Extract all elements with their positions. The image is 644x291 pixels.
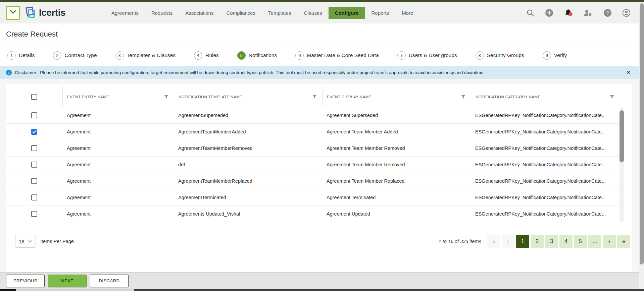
add-icon[interactable] [545,9,553,17]
table-row: AgreementAgreementTerminatedAgreement Te… [6,189,620,206]
cell-notification-template-name: Agreements Updated_Vishal [174,211,322,217]
page-button-2[interactable]: 2 [531,235,544,248]
chevron-down-icon [10,10,16,16]
cell-event-display-name: Agreement Team Member Added [322,129,471,134]
step-label: Details [19,52,35,58]
cell-notification-template-name: AgreementTeamMemberReplaced [174,178,322,184]
step-label: Users & User groups [409,52,457,58]
nav-item-clauses[interactable]: Clauses [298,7,329,19]
page-size-select[interactable]: 16 [15,235,36,248]
info-icon: i [6,70,12,75]
previous-page-button[interactable]: ‹ [502,235,515,248]
row-checkbox-cell [6,178,62,184]
row-checkbox[interactable] [31,145,37,151]
cell-notification-template-name: AgreementTerminated [174,195,322,200]
cell-event-entity-name: Agreement [62,129,174,134]
wizard-footer: PREVIOUS NEXT DISCARD [0,272,644,289]
next-page-button[interactable]: › [603,235,616,248]
row-checkbox[interactable] [31,211,37,217]
column-header-event-entity-name[interactable]: EVENT ENTITY NAME [62,86,174,107]
cell-notification-category-name: ESGeneratedRPKey_NotificationCategory.No… [471,113,620,118]
discard-button[interactable]: DISCARD [90,275,129,287]
cell-notification-category-name: ESGeneratedRPKey_NotificationCategory.No… [471,146,620,151]
row-checkbox-cell [6,162,62,168]
step-verify[interactable]: 9Verify [543,51,567,60]
step-number: 7 [397,51,406,60]
cell-event-entity-name: Agreement [62,162,174,167]
step-contract-type[interactable]: 2Contract Type [53,51,97,60]
filter-icon[interactable] [312,95,317,99]
search-icon[interactable] [526,9,535,17]
previous-button[interactable]: PREVIOUS [6,275,45,287]
column-header-notification-category-name[interactable]: NOTIFICATION CATEGORY NAME [471,86,620,107]
cell-event-display-name: Agreement Terminated [322,195,471,200]
help-icon[interactable]: ? [603,9,612,17]
select-all-checkbox[interactable] [31,94,37,100]
step-users-user-groups[interactable]: 7Users & User groups [397,51,457,60]
cell-notification-category-name: ESGeneratedRPKey_NotificationCategory.No… [471,162,620,167]
icertis-logo-icon [25,6,37,19]
step-number: 9 [543,51,551,60]
row-checkbox-cell [6,112,62,118]
row-checkbox[interactable] [31,129,37,135]
page-buttons: «‹12345...›» [487,235,630,248]
notifications-grid: EVENT ENTITY NAMENOTIFICATION TEMPLATE N… [6,86,620,222]
column-header-label: EVENT DISPLAY NAME [327,95,371,99]
step-number: 3 [115,51,124,60]
nav-item-compliances[interactable]: Compliances [220,7,262,19]
page-button-3[interactable]: 3 [545,235,558,248]
step-number: 5 [237,51,246,60]
nav-item-associations[interactable]: Associations [179,7,220,19]
nav-item-agreements[interactable]: Agreements [105,7,145,19]
brand-name: Icertis [39,7,65,18]
page-size-value: 16 [19,239,24,244]
step-label: Notifications [249,52,277,58]
close-icon[interactable]: ✕ [626,69,631,75]
filter-icon[interactable] [461,95,465,99]
cell-event-display-name: Agreement Team Member Removed [322,162,471,167]
step-templates-clauses[interactable]: 3Templates & Clauses [115,51,176,60]
row-checkbox[interactable] [31,162,37,168]
page-button-4[interactable]: 4 [559,235,573,248]
cell-event-entity-name: Agreement [62,195,174,200]
step-number: 6 [295,51,304,60]
page-button-1[interactable]: 1 [516,235,529,248]
window-scrollbar[interactable] [639,2,644,289]
row-checkbox-cell [6,145,62,151]
cell-event-display-name: Agreement Superseded [322,113,471,118]
first-page-button[interactable]: « [487,235,500,248]
next-button[interactable]: NEXT [48,275,87,287]
step-notifications[interactable]: 5Notifications [237,51,277,60]
table-scrollbar-track[interactable] [620,107,624,222]
profile-icon[interactable] [622,9,631,17]
nav-item-more[interactable]: More [395,7,419,19]
nav-item-configure[interactable]: Configure [329,7,365,19]
pagination-range-label: 1 to 16 of 333 items [439,239,481,244]
column-header-event-display-name[interactable]: EVENT DISPLAY NAME [322,86,471,107]
nav-item-templates[interactable]: Templates [262,7,297,19]
nav-item-reports[interactable]: Reports [365,7,396,19]
table-row: AgreementAgreements Updated_VishalAgreem… [6,206,620,222]
step-rules[interactable]: 4Rules [194,51,219,60]
collapse-menu-button[interactable] [6,6,20,20]
row-checkbox[interactable] [31,178,37,184]
table-row: AgreementAgreementTeamMemberReplacedAgre… [6,173,620,189]
step-details[interactable]: 1Details [7,51,35,60]
filter-icon[interactable] [164,95,168,99]
page-button-[interactable]: ... [588,235,601,248]
page-button-5[interactable]: 5 [574,235,587,248]
nav-item-requests[interactable]: Requests [145,7,179,19]
column-header-notification-template-name[interactable]: NOTIFICATION TEMPLATE NAME [174,86,322,107]
user-pending-icon[interactable] [583,9,593,17]
row-checkbox[interactable] [31,194,37,200]
step-security-groups[interactable]: 8Security Groups [476,51,524,60]
step-label: Contract Type [64,52,97,58]
step-label: Rules [205,52,219,58]
step-master-data-core-seed-data[interactable]: 6Master Data & Core Seed Data [295,51,379,60]
row-checkbox[interactable] [31,112,37,118]
filter-icon[interactable] [610,95,614,99]
last-page-button[interactable]: » [617,235,630,248]
notifications-icon[interactable] [564,8,573,17]
table-scrollbar-thumb[interactable] [620,110,624,162]
window-scrollbar-thumb[interactable] [640,3,644,265]
